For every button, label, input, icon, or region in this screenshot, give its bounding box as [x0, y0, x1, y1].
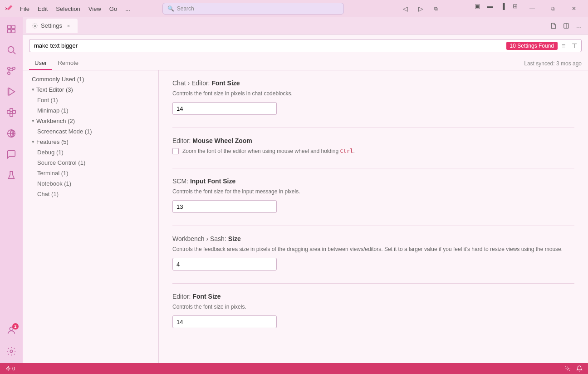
activity-run[interactable]	[1, 82, 21, 102]
global-search[interactable]: 🔍 Search	[162, 3, 344, 15]
menu-view[interactable]: View	[85, 4, 105, 14]
tab-close-button[interactable]: ×	[65, 22, 72, 30]
activity-chat[interactable]	[1, 144, 21, 164]
sidebar-text-editor[interactable]: ▾ Text Editor (3)	[23, 84, 158, 95]
main-layout: 2 Settings × …	[0, 17, 588, 363]
more-actions-button[interactable]: …	[573, 20, 584, 31]
chevron-down-icon-features: ▾	[32, 139, 34, 145]
app-logo	[4, 3, 15, 14]
svg-point-6	[8, 67, 10, 70]
settings-found-badge: 10 Settings Found	[506, 42, 558, 50]
tab-bar: Settings × …	[23, 17, 588, 34]
nav-forward[interactable]: ▷	[414, 3, 427, 15]
menu-file[interactable]: File	[16, 4, 33, 14]
settings-main-content: Chat › Editor: Font Size Controls the fo…	[159, 70, 588, 363]
svg-rect-14	[10, 113, 13, 116]
open-new-window[interactable]: ⧉	[430, 3, 442, 15]
mouse-wheel-zoom-checkbox[interactable]	[172, 148, 179, 154]
filter-list-icon[interactable]: ≡	[559, 41, 568, 51]
sidebar-workbench[interactable]: ▾ Workbench (2)	[23, 116, 158, 126]
menu-go[interactable]: Go	[106, 4, 121, 14]
setting-description-scm-font: Controls the font size for the input mes…	[172, 187, 574, 196]
sidebar-source-control[interactable]: Source Control (1)	[23, 157, 158, 168]
panel-layout-icon[interactable]: ▣	[471, 0, 484, 12]
setting-name-2: Mouse Wheel Zoom	[192, 137, 252, 144]
setting-name-3: Input Font Size	[190, 177, 235, 185]
setting-scm-input-font-size: SCM: Input Font Size Controls the font s…	[172, 177, 574, 213]
sidebar-font[interactable]: Font (1)	[23, 95, 158, 105]
sidebar-screencast[interactable]: Screencast Mode (1)	[23, 126, 158, 137]
description-before: Zoom the font of the editor when using m…	[182, 148, 340, 154]
tab-user[interactable]: User	[29, 57, 52, 70]
statusbar-left: 0	[4, 363, 17, 374]
search-label: Search	[177, 5, 194, 12]
remote-status-text: 0	[12, 366, 15, 371]
svg-point-19	[34, 25, 36, 27]
setting-description-chat-font: Controls the font size in pixels in chat…	[172, 89, 574, 98]
setting-category-4: Workbench › Sash:	[172, 235, 228, 242]
notification-bell[interactable]	[574, 363, 584, 374]
sidebar-debug[interactable]: Debug (1)	[23, 147, 158, 157]
setting-input-scm-font[interactable]	[172, 200, 277, 213]
activity-remote[interactable]	[1, 123, 21, 143]
minimize-button[interactable]: —	[522, 0, 543, 17]
search-right-controls: 10 Settings Found ≡ ⊤	[506, 41, 581, 51]
menu-bar: File Edit Selection View Go ...	[16, 4, 134, 14]
sync-status: Last synced: 3 mos ago	[524, 58, 582, 69]
sidebar-notebook[interactable]: Notebook (1)	[23, 178, 158, 189]
toggle-panel-icon[interactable]: ▬	[484, 0, 496, 12]
filter-icon[interactable]: ⊤	[569, 41, 579, 51]
svg-line-5	[13, 52, 15, 54]
remote-status-item[interactable]: 0	[4, 363, 17, 374]
settings-tab[interactable]: Settings ×	[26, 19, 78, 33]
setting-input-sash[interactable]	[172, 258, 277, 271]
status-bar: 0	[0, 363, 588, 374]
sidebar-commonly-used[interactable]: Commonly Used (1)	[23, 74, 158, 84]
setting-input-editor-font[interactable]	[172, 315, 277, 328]
open-settings-json-button[interactable]	[548, 20, 559, 31]
sidebar-minimap[interactable]: Minimap (1)	[23, 105, 158, 116]
setting-title-chat-font: Chat › Editor: Font Size	[172, 79, 574, 87]
sidebar-features[interactable]: ▾ Features (5)	[23, 137, 158, 147]
tab-label: Settings	[41, 22, 62, 29]
svg-point-18	[10, 350, 13, 353]
account-icon[interactable]: 2	[1, 320, 21, 340]
activity-source-control[interactable]	[1, 61, 21, 81]
divider-4	[172, 283, 574, 284]
menu-edit[interactable]: Edit	[34, 4, 51, 14]
settings-tabs-row: User Remote Last synced: 3 mos ago	[23, 57, 588, 70]
setting-title-sash: Workbench › Sash: Size	[172, 235, 574, 242]
activity-bar: 2	[0, 17, 23, 363]
toggle-sidebar-icon[interactable]: ▐	[496, 0, 509, 12]
setting-name: Font Size	[211, 79, 240, 87]
setting-input-chat-font[interactable]	[172, 102, 277, 115]
layout-icon[interactable]: ⊞	[509, 0, 522, 12]
settings-container: 10 Settings Found ≡ ⊤ User Remote Last s…	[23, 34, 588, 363]
setting-category-5: Editor:	[172, 293, 192, 300]
sidebar-terminal[interactable]: Terminal (1)	[23, 168, 158, 178]
setting-editor-font-size: Editor: Font Size Controls the font size…	[172, 293, 574, 328]
svg-point-7	[8, 72, 10, 75]
tab-remote[interactable]: Remote	[52, 57, 84, 70]
svg-marker-9	[9, 88, 15, 96]
restore-button[interactable]: ⧉	[543, 0, 564, 17]
divider-3	[172, 226, 574, 226]
settings-search-input[interactable]	[29, 39, 506, 52]
sidebar-chat[interactable]: Chat (1)	[23, 189, 158, 199]
nav-back[interactable]: ◁	[399, 3, 412, 15]
menu-selection[interactable]: Selection	[52, 4, 83, 14]
close-button[interactable]: ✕	[564, 0, 584, 17]
activity-flask[interactable]	[1, 165, 21, 185]
activity-search[interactable]	[1, 40, 21, 60]
setting-title-mouse-zoom: Editor: Mouse Wheel Zoom	[172, 137, 574, 144]
activity-explorer[interactable]	[1, 19, 21, 39]
copilot-status[interactable]	[563, 363, 573, 374]
setting-category-3: SCM:	[172, 177, 190, 185]
activity-extensions[interactable]	[1, 103, 21, 123]
content-area: Settings × … 10 Settings Found	[23, 17, 588, 363]
split-editor-button[interactable]	[561, 20, 572, 31]
settings-gear-icon[interactable]	[1, 341, 21, 361]
menu-more[interactable]: ...	[122, 4, 134, 14]
divider-2	[172, 168, 574, 168]
svg-rect-3	[12, 30, 15, 33]
